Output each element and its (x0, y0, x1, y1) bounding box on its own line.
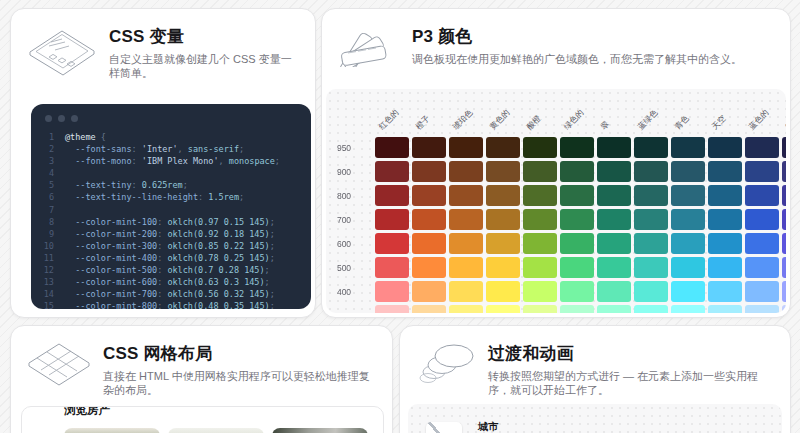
palette-cell (412, 257, 446, 278)
palette-cell (708, 305, 742, 313)
palette-cell (449, 185, 483, 206)
code-line: 10 --color-mint-300: oklch(0.85 0.22 145… (41, 240, 311, 252)
grid-layout-icon (25, 336, 93, 388)
code-token: 'IBM Plex Mono' (142, 156, 219, 166)
demo-field-label: 城市 (478, 420, 498, 433)
code-token: : (132, 180, 142, 190)
palette-cell (412, 305, 446, 313)
palette-cell (449, 137, 483, 158)
palette-cell (671, 161, 705, 182)
code-line: 12 --color-mint-500: oklch(0.7 0.28 145)… (41, 264, 311, 276)
palette-cell (523, 185, 557, 206)
card-subtitle: 直接在 HTML 中使用网格实用程序可以更轻松地推理复杂的布局。 (103, 369, 376, 397)
code-line: 13 --color-mint-600: oklch(0.63 0.3 145)… (41, 276, 311, 288)
palette-cell (597, 185, 631, 206)
palette-cell (486, 161, 520, 182)
line-number: 14 (41, 288, 54, 300)
transitions-demo-panel: 城市 (408, 404, 782, 433)
palette-cell (449, 257, 483, 278)
palette-demo-panel: 红色的橙子琥珀色黄色的酸橙绿色的翠蓝绿色青色天空蓝色的靛蓝 9509008007… (326, 89, 786, 313)
shade-label: 900 (326, 161, 372, 182)
palette-cell (745, 185, 779, 206)
palette-cell (745, 233, 779, 254)
property-photos (64, 428, 383, 433)
palette-cell (486, 305, 520, 313)
code-line: 2 --font-sans: 'Inter', sans-serif; (41, 143, 311, 155)
code-token: --color-mint-700 (65, 289, 157, 299)
palette-cell (449, 209, 483, 230)
palette-cell (782, 281, 786, 302)
shade-label: 300 (326, 305, 372, 313)
code-token: --color-mint-800 (65, 301, 157, 309)
property-photo (64, 428, 160, 433)
code-token: --text-tiny--line-height (65, 192, 198, 202)
palette-cell (375, 161, 409, 182)
palette-cell (782, 185, 786, 206)
card-css-grid-layout: CSS 网格布局 直接在 HTML 中使用网格实用程序可以更轻松地推理复杂的布局… (10, 325, 393, 433)
code-line: 15 --color-mint-800: oklch(0.48 0.35 145… (41, 300, 311, 309)
palette-cell (745, 305, 779, 313)
palette-cell (745, 137, 779, 158)
palette-cell (671, 209, 705, 230)
code-line: 7 (41, 204, 311, 216)
css-variables-icon (25, 19, 99, 85)
properties-demo-panel: 浏览房产 (21, 406, 384, 433)
window-dot-icon (71, 115, 78, 122)
code-token: ; (270, 217, 275, 227)
line-number: 10 (41, 240, 54, 252)
code-token: , (178, 144, 188, 154)
hue-label: 蓝绿色 (635, 107, 660, 132)
palette-cell (486, 281, 520, 302)
palette-cell (634, 185, 668, 206)
code-token: sans-serif (188, 144, 239, 154)
palette-cell (375, 209, 409, 230)
shade-label: 950 (326, 137, 372, 158)
code-token: : (198, 192, 208, 202)
card-title: CSS 变量 (109, 27, 299, 47)
code-line: 9 --color-mint-200: oklch(0.92 0.18 145)… (41, 228, 311, 240)
palette-cell (782, 161, 786, 182)
palette-cell (412, 209, 446, 230)
card-subtitle: 自定义主题就像创建几个 CSS 变量一样简单。 (109, 52, 299, 80)
palette-cell (597, 281, 631, 302)
code-line: 3 --font-mono: 'IBM Plex Mono', monospac… (41, 155, 311, 167)
shade-label: 500 (326, 257, 372, 278)
palette-cell (671, 137, 705, 158)
palette-cell (375, 137, 409, 158)
line-number: 15 (41, 300, 54, 309)
palette-cell (634, 161, 668, 182)
code-line: 14 --color-mint-700: oklch(0.56 0.32 145… (41, 288, 311, 300)
palette-cell (745, 161, 779, 182)
window-dot-icon (45, 115, 52, 122)
code-token: oklch(0.48 0.35 145) (167, 301, 269, 309)
line-number: 9 (41, 228, 54, 240)
code-token: 'Inter' (142, 144, 178, 154)
code-token: oklch(0.78 0.25 145) (167, 253, 269, 263)
palette-cell (708, 161, 742, 182)
hue-label: 青色 (672, 113, 691, 132)
palette-cell (486, 257, 520, 278)
shade-label: 800 (326, 185, 372, 206)
palette-cell (671, 233, 705, 254)
code-token: --color-mint-200 (65, 229, 157, 239)
palette-cell (523, 281, 557, 302)
code-token: 0.625rem (142, 180, 183, 190)
hue-label: 酸橙 (524, 113, 543, 132)
palette-cell (375, 257, 409, 278)
palette-cell (449, 233, 483, 254)
palette-cell (449, 281, 483, 302)
palette-cell (634, 209, 668, 230)
code-token: ; (265, 265, 270, 275)
shade-label: 600 (326, 233, 372, 254)
code-token: oklch(0.97 0.15 145) (167, 217, 269, 227)
hue-label: 靛蓝 (783, 113, 786, 132)
palette-cell (449, 305, 483, 313)
palette-cell (486, 233, 520, 254)
card-header: 过渡和动画 转换按照您期望的方式进行 — 在元素上添加一些实用程序，就可以开始工… (400, 326, 790, 397)
code-token: ; (270, 289, 275, 299)
palette-cell (782, 209, 786, 230)
palette-cell (782, 137, 786, 158)
palette-cell (412, 161, 446, 182)
line-number: 11 (41, 252, 54, 264)
hue-label: 天空 (709, 113, 728, 132)
